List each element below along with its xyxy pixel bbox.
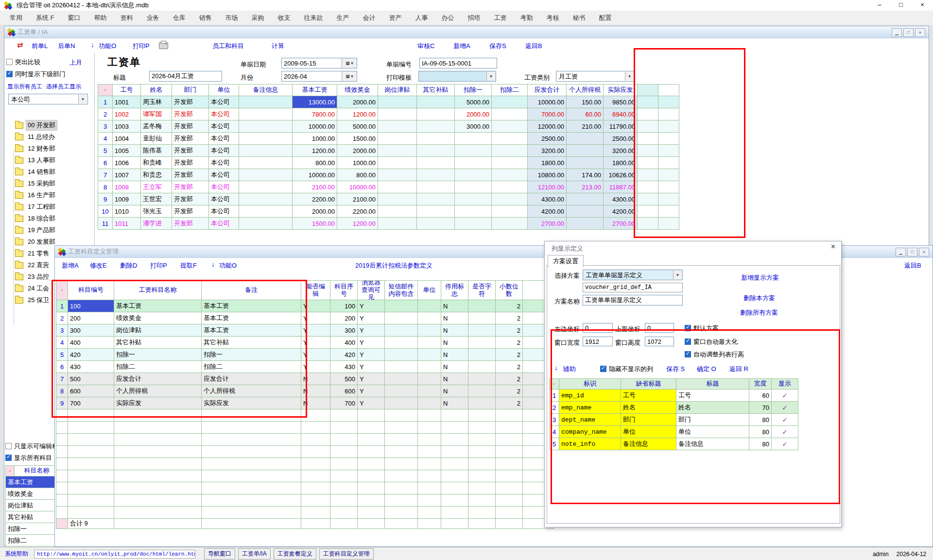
salary-cell[interactable] bbox=[455, 193, 492, 205]
subject-cell[interactable] bbox=[418, 385, 441, 397]
salary-cell[interactable] bbox=[417, 169, 455, 181]
dialog-titlebar[interactable]: 列显示定义 × bbox=[545, 241, 841, 254]
salary-cell[interactable]: 本公司 bbox=[209, 145, 239, 157]
salary-col-header[interactable]: 单位 bbox=[209, 85, 239, 96]
salary-cell[interactable]: 和贵峰 bbox=[141, 157, 172, 169]
subject-cell[interactable]: 扣除二 bbox=[202, 361, 301, 373]
col-shown-check[interactable]: ✓ bbox=[772, 414, 798, 426]
salary-cell[interactable] bbox=[658, 193, 679, 205]
salary-cell[interactable]: 174.00 bbox=[567, 169, 604, 181]
subject-row[interactable]: 9700实际应发实际应发N700YN2 bbox=[56, 397, 554, 409]
salary-cell[interactable] bbox=[638, 120, 658, 133]
salary-cell[interactable]: 2000.00 bbox=[455, 108, 492, 120]
col-id-cell[interactable]: note_info bbox=[559, 438, 621, 450]
status-window-button-2[interactable]: 工资单/IA bbox=[238, 548, 271, 560]
col-shown-check[interactable]: ✓ bbox=[772, 438, 798, 450]
salary-cell[interactable]: 4200.00 bbox=[604, 205, 638, 218]
salary-row[interactable]: 21002谭军国开发部本公司7800.001200.002000.007000.… bbox=[98, 108, 679, 120]
col-title-cell[interactable]: 工号 bbox=[676, 390, 749, 402]
tree-item-11[interactable]: 11 总经办 bbox=[10, 132, 56, 142]
salary-cell[interactable]: 1010 bbox=[113, 205, 141, 218]
subject-cell[interactable]: 2 bbox=[496, 373, 523, 385]
salary-col-header[interactable]: 部门 bbox=[172, 85, 209, 96]
subject-cell[interactable] bbox=[385, 397, 418, 409]
subject-row[interactable]: 1100基本工资基本工资Y100YN2 bbox=[56, 300, 554, 312]
subject-col-header[interactable]: 备注 bbox=[202, 281, 301, 300]
menu-item-会计[interactable]: 会计 bbox=[356, 14, 382, 22]
tree-item-22[interactable]: 22 直营 bbox=[10, 260, 51, 270]
salary-cell[interactable]: 60.00 bbox=[567, 108, 604, 120]
salary-cell[interactable]: 4300.00 bbox=[528, 193, 567, 205]
dialog-close-icon[interactable]: × bbox=[831, 242, 835, 251]
dialog-col-header[interactable]: 宽度 bbox=[749, 379, 772, 390]
salary-cell[interactable]: 150.00 bbox=[567, 96, 604, 108]
col-shown-check[interactable]: ✓ bbox=[772, 402, 798, 414]
col-title-cell[interactable]: 部门 bbox=[676, 414, 749, 426]
salary-cell[interactable] bbox=[239, 96, 293, 108]
salary-cell[interactable]: 开发部 bbox=[172, 133, 209, 145]
subject-cell[interactable]: Y bbox=[301, 324, 330, 337]
col-title-cell[interactable]: 备注信息 bbox=[676, 438, 749, 450]
salary-col-header[interactable]: 工号 bbox=[113, 85, 141, 96]
subject-cell[interactable] bbox=[418, 361, 441, 373]
maximize-button[interactable]: □ bbox=[890, 0, 912, 11]
salary-cell[interactable] bbox=[658, 169, 679, 181]
salary-cell[interactable] bbox=[417, 108, 455, 120]
salary-cell[interactable] bbox=[567, 145, 604, 157]
salary-cell[interactable] bbox=[239, 145, 293, 157]
subject-cell[interactable] bbox=[468, 324, 496, 337]
salary-cell[interactable] bbox=[378, 133, 417, 145]
menu-item-配置[interactable]: 配置 bbox=[592, 14, 619, 22]
menu-item-销售[interactable]: 销售 bbox=[192, 14, 219, 22]
salary-cell[interactable] bbox=[492, 193, 528, 205]
print-button[interactable]: 打印P bbox=[133, 42, 150, 51]
salary-cell[interactable] bbox=[417, 181, 455, 193]
subject-cell[interactable]: 基本工资 bbox=[202, 324, 301, 337]
menu-item-人事[interactable]: 人事 bbox=[409, 14, 435, 22]
dialog-save-button[interactable]: 保存 S bbox=[666, 365, 685, 373]
salary-cell[interactable]: 本公司 bbox=[209, 157, 239, 169]
salary-cell[interactable]: 1000.00 bbox=[337, 157, 378, 169]
calendar-icon[interactable]: ▦ ▾ bbox=[342, 58, 357, 68]
last-month-link[interactable]: 上月 bbox=[69, 58, 82, 67]
subject-extract-button[interactable]: 提取F bbox=[180, 261, 197, 270]
salary-close-button[interactable]: × bbox=[915, 28, 925, 37]
subject-cell[interactable]: 400 bbox=[330, 337, 358, 349]
salary-cell[interactable]: 7000.00 bbox=[528, 108, 567, 120]
salary-cell[interactable]: 开发部 bbox=[172, 205, 209, 218]
delete-scheme-link[interactable]: 删除本方案 bbox=[743, 294, 775, 303]
subject-col-header[interactable]: 浏览器查询可见 bbox=[358, 281, 385, 300]
subject-cell[interactable]: 430 bbox=[330, 361, 358, 373]
subject-cell[interactable]: 基本工资 bbox=[114, 300, 202, 312]
back-button[interactable]: 返回B bbox=[525, 42, 542, 51]
subject-cell[interactable]: N bbox=[301, 373, 330, 385]
subject-cell[interactable]: 420 bbox=[330, 349, 358, 361]
default-scheme-checkbox[interactable]: 默认方案 bbox=[685, 324, 719, 333]
salary-cell[interactable] bbox=[638, 218, 658, 230]
tree-item-15[interactable]: 15 采购部 bbox=[10, 179, 57, 188]
salary-cell[interactable]: 2000.00 bbox=[337, 96, 378, 108]
subject-list-item[interactable]: 扣除一 bbox=[6, 523, 59, 535]
chevron-down-icon[interactable]: ▾ bbox=[625, 72, 634, 81]
salary-col-header[interactable]: 扣除二 bbox=[492, 85, 528, 96]
salary-row[interactable]: 91009王世宏开发部本公司2200.002100.004300.004300.… bbox=[98, 193, 679, 205]
subject-cell[interactable]: 300 bbox=[68, 324, 114, 337]
salary-cell[interactable] bbox=[492, 96, 528, 108]
salary-cell[interactable] bbox=[638, 133, 658, 145]
col-shown-check[interactable]: ✓ bbox=[772, 390, 798, 402]
window-height-field[interactable] bbox=[645, 337, 674, 346]
subject-cell[interactable]: Y bbox=[358, 373, 385, 385]
menu-item-系统 F[interactable]: 系统 F bbox=[29, 14, 61, 22]
prev-doc-button[interactable]: 前单L bbox=[32, 42, 48, 51]
func-menu-button[interactable]: 功能O bbox=[99, 42, 116, 51]
tree-item-16[interactable]: 16 生产部 bbox=[10, 190, 57, 200]
salary-cell[interactable]: 1500.00 bbox=[337, 133, 378, 145]
audit-button[interactable]: 审核C bbox=[417, 42, 434, 51]
salary-cell[interactable] bbox=[378, 218, 417, 230]
salary-cell[interactable]: 10626.00 bbox=[604, 169, 638, 181]
subject-cell[interactable]: 绩效奖金 bbox=[114, 312, 202, 324]
salary-cell[interactable]: 12000.00 bbox=[528, 120, 567, 133]
subject-cell[interactable] bbox=[418, 373, 441, 385]
tree-item-21[interactable]: 21 零售 bbox=[10, 249, 51, 258]
subject-cell[interactable] bbox=[385, 373, 418, 385]
